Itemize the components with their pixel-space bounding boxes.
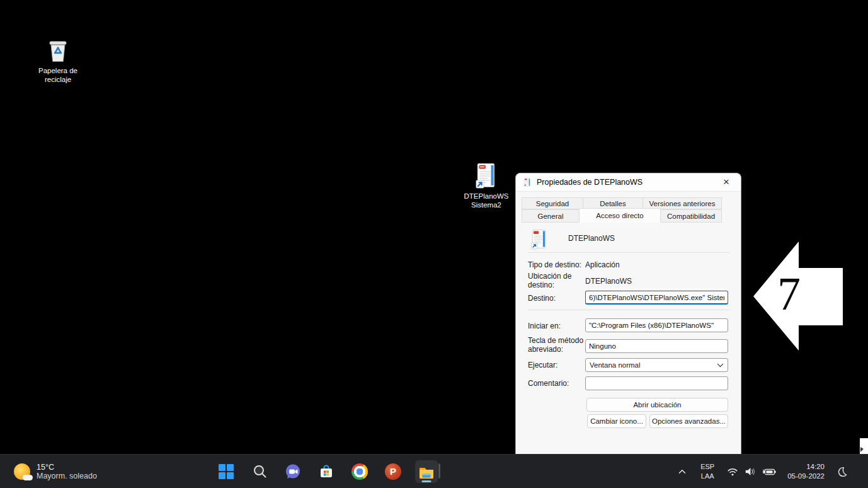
dialog-title-icon bbox=[522, 177, 532, 187]
ubicacion-label: Ubicación de destino: bbox=[528, 272, 587, 289]
taskbar-app-icons: P bbox=[215, 455, 438, 488]
comentario-label: Comentario: bbox=[528, 379, 587, 388]
battery-button[interactable] bbox=[759, 459, 779, 484]
shortcut-name: DTEPlanoWS bbox=[568, 234, 615, 243]
opciones-avanzadas-button[interactable]: Opciones avanzadas... bbox=[649, 414, 728, 428]
weather-text: 15°C Mayorm. soleado bbox=[37, 463, 97, 480]
dteplanows-shortcut-icon bbox=[472, 161, 501, 190]
system-tray: ESP LAA bbox=[672, 455, 868, 488]
iniciar-en-label: Iniciar en: bbox=[528, 322, 587, 330]
ejecutar-selected-value: Ventana normal bbox=[590, 361, 641, 369]
separator bbox=[528, 310, 730, 310]
background-window-corner bbox=[860, 438, 868, 454]
start-button[interactable] bbox=[215, 460, 237, 483]
tipo-destino-label: Tipo de destino: bbox=[528, 260, 587, 269]
store-button[interactable] bbox=[315, 460, 338, 483]
shortcut-tab-panel: DTEPlanoWS Tipo de destino: Aplicación U… bbox=[516, 223, 741, 454]
taskbar: 15°C Mayorm. soleado bbox=[0, 454, 868, 488]
chrome-icon bbox=[351, 463, 368, 480]
chrome-button[interactable] bbox=[348, 460, 371, 483]
annotation-arrow-left: 7 bbox=[753, 241, 843, 351]
chevron-down-icon bbox=[717, 363, 724, 368]
weather-temperature: 15°C bbox=[37, 463, 97, 472]
recycle-bin-label: Papelera de reciclaje bbox=[28, 66, 88, 84]
tab-compatibilidad[interactable]: Compatibilidad bbox=[660, 209, 722, 223]
weather-widget[interactable]: 15°C Mayorm. soleado bbox=[9, 455, 102, 488]
annotation-number: 7 bbox=[777, 267, 801, 321]
wifi-icon bbox=[726, 465, 739, 478]
ubicacion-value: DTEPlanoWS bbox=[585, 277, 632, 286]
windows-logo-icon bbox=[219, 464, 234, 479]
tray-date: 05-09-2022 bbox=[787, 472, 825, 481]
dteplanows-label: DTEPlanoWS Sistema2 bbox=[456, 192, 517, 210]
recycle-bin-icon bbox=[44, 37, 72, 64]
tray-overflow-button[interactable] bbox=[672, 459, 692, 484]
keyboard-layout-code: LAA bbox=[700, 472, 714, 480]
desktop-icon-recycle-bin[interactable]: Papelera de reciclaje bbox=[28, 37, 88, 84]
destino-label: Destino: bbox=[528, 294, 587, 303]
search-icon bbox=[252, 463, 268, 479]
powerpoint-button[interactable]: P bbox=[382, 460, 404, 483]
cambiar-icono-button[interactable]: Cambiar icono... bbox=[587, 414, 646, 428]
powerpoint-icon: P bbox=[385, 463, 401, 480]
focus-assist-button[interactable] bbox=[831, 459, 853, 484]
file-explorer-button[interactable] bbox=[415, 460, 438, 483]
iniciar-en-input[interactable] bbox=[585, 318, 728, 332]
tab-general[interactable]: General bbox=[522, 209, 580, 223]
chat-button[interactable] bbox=[282, 460, 304, 483]
desktop-icon-dteplanows[interactable]: DTEPlanoWS Sistema2 bbox=[456, 161, 517, 210]
tecla-metodo-label: Tecla de método abreviado: bbox=[528, 336, 587, 354]
volume-icon bbox=[744, 465, 757, 478]
ejecutar-label: Ejecutar: bbox=[528, 361, 587, 369]
separator bbox=[528, 252, 730, 253]
chevron-up-icon bbox=[677, 466, 688, 477]
network-button[interactable] bbox=[724, 459, 741, 484]
sun-cloud-icon bbox=[14, 463, 30, 480]
destino-input[interactable] bbox=[585, 291, 728, 305]
tab-acceso-directo[interactable]: Acceso directo bbox=[579, 208, 661, 223]
microsoft-store-icon bbox=[318, 463, 334, 480]
search-button[interactable] bbox=[248, 460, 271, 483]
chat-icon bbox=[285, 463, 301, 480]
close-icon[interactable]: × bbox=[718, 175, 734, 189]
volume-button[interactable] bbox=[741, 459, 759, 484]
shortcut-file-icon bbox=[528, 228, 551, 250]
tab-strip-row2: General Acceso directo Compatibilidad bbox=[522, 209, 721, 223]
properties-dialog: Propiedades de DTEPlanoWS × Seguridad De… bbox=[515, 173, 741, 454]
dialog-title: Propiedades de DTEPlanoWS bbox=[537, 178, 642, 187]
file-explorer-icon bbox=[418, 463, 435, 480]
tecla-metodo-input[interactable] bbox=[585, 339, 728, 353]
tab-seguridad[interactable]: Seguridad bbox=[522, 197, 583, 209]
battery-charging-icon bbox=[762, 465, 777, 478]
language-indicator[interactable]: ESP LAA bbox=[696, 459, 719, 484]
abrir-ubicacion-button[interactable]: Abrir ubicación bbox=[586, 398, 728, 412]
weather-condition: Mayorm. soleado bbox=[37, 472, 97, 480]
dialog-titlebar[interactable]: Propiedades de DTEPlanoWS × bbox=[516, 173, 741, 192]
comentario-input[interactable] bbox=[585, 376, 728, 390]
ejecutar-select[interactable]: Ventana normal bbox=[585, 358, 728, 372]
clock[interactable]: 14:20 05-09-2022 bbox=[783, 459, 829, 484]
tipo-destino-value: Aplicación bbox=[585, 260, 620, 269]
tray-time: 14:20 bbox=[787, 462, 825, 472]
moon-icon bbox=[836, 465, 848, 478]
language-code: ESP bbox=[700, 462, 714, 471]
